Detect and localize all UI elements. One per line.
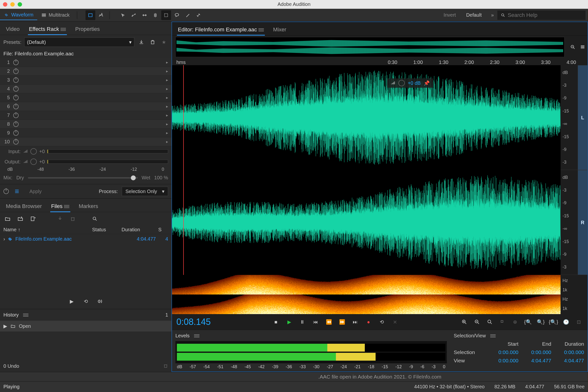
- pause-button[interactable]: ⏸: [298, 318, 306, 326]
- skip-end-button[interactable]: ⏭: [351, 318, 360, 326]
- fx-slot-power[interactable]: [13, 139, 18, 144]
- save-preset-icon[interactable]: [137, 38, 146, 46]
- tab-markers[interactable]: Markers: [78, 201, 99, 212]
- multitrack-mode[interactable]: Multitrack: [37, 10, 74, 20]
- hud-gain-dial[interactable]: [398, 80, 405, 86]
- skip-selection-button[interactable]: ⤫: [391, 318, 399, 326]
- workspace-more[interactable]: »: [488, 10, 497, 20]
- zoom-in-icon[interactable]: [460, 318, 468, 326]
- new-file-icon[interactable]: [29, 214, 37, 223]
- search-help-input[interactable]: [508, 12, 582, 18]
- tab-mixer[interactable]: Mixer: [272, 24, 288, 35]
- import-icon[interactable]: [16, 214, 24, 223]
- file-row[interactable]: › FileInfo.com Example.aac 4:04.477 4: [0, 234, 172, 244]
- fx-slot-power[interactable]: [13, 78, 18, 83]
- zoom-in-point-icon[interactable]: ⊕: [511, 318, 520, 326]
- tab-media-browser[interactable]: Media Browser: [5, 201, 43, 212]
- fx-slot-power[interactable]: [13, 122, 18, 127]
- waveform-mode[interactable]: Waveform: [0, 10, 37, 20]
- skip-start-button[interactable]: ⏮: [312, 318, 320, 326]
- sv-selection-end[interactable]: 0:00.000: [523, 349, 551, 355]
- spectrogram-display[interactable]: [172, 275, 560, 314]
- search-files-icon[interactable]: [91, 214, 99, 223]
- stop-button[interactable]: ■: [272, 318, 280, 326]
- rewind-button[interactable]: ⏪: [324, 318, 333, 326]
- record-button[interactable]: ●: [364, 318, 373, 326]
- spectral-frequency-toggle[interactable]: [96, 10, 106, 20]
- panel-menu-icon[interactable]: [64, 204, 69, 209]
- zoom-in-left-icon[interactable]: {🔍: [524, 318, 532, 326]
- zoom-to-selection-icon[interactable]: [568, 42, 578, 52]
- lasso-tool[interactable]: [172, 10, 182, 20]
- close-window[interactable]: [3, 2, 7, 6]
- chevron-right-icon[interactable]: ▸: [166, 60, 168, 65]
- overview-waveform[interactable]: [176, 37, 564, 57]
- maximize-window[interactable]: [18, 2, 22, 6]
- channel-r[interactable]: R: [578, 170, 588, 275]
- fx-slot-power[interactable]: [13, 60, 18, 65]
- razor-tool[interactable]: [129, 10, 139, 20]
- col-duration[interactable]: Duration: [122, 227, 158, 232]
- zoom-selection-icon[interactable]: [498, 318, 507, 326]
- remove-icon[interactable]: [68, 214, 77, 223]
- panel-menu-icon[interactable]: [23, 313, 28, 317]
- preview-loop-icon[interactable]: ⟲: [82, 297, 90, 306]
- playhead[interactable]: [183, 65, 184, 275]
- time-selection-tool[interactable]: [150, 10, 160, 20]
- zoom-reset-icon[interactable]: ⊡: [575, 318, 583, 326]
- fx-slot-power[interactable]: [13, 113, 18, 118]
- open-file-icon[interactable]: [4, 214, 12, 223]
- tab-video[interactable]: Video: [5, 24, 20, 35]
- fx-slot-7[interactable]: 7▸: [0, 111, 172, 120]
- channel-l[interactable]: L: [578, 65, 588, 170]
- sv-view-dur[interactable]: 4:04.477: [556, 358, 584, 364]
- fx-slot-2[interactable]: 2▸: [0, 67, 172, 76]
- fx-list-icon[interactable]: [13, 187, 21, 196]
- fx-slot-power[interactable]: [13, 104, 18, 109]
- panel-menu-icon[interactable]: [194, 334, 200, 338]
- expand-icon[interactable]: ›: [4, 236, 5, 242]
- pin-icon[interactable]: 📌: [424, 80, 430, 86]
- chevron-right-icon[interactable]: ▸: [166, 130, 168, 135]
- fx-slot-power[interactable]: [13, 86, 18, 92]
- play-button[interactable]: ▶: [285, 318, 293, 326]
- chevron-right-icon[interactable]: ▸: [166, 104, 168, 109]
- fx-slot-5[interactable]: 5▸: [0, 93, 172, 102]
- col-status[interactable]: Status: [92, 227, 122, 232]
- timecode[interactable]: 0:08.145: [176, 317, 211, 327]
- zoom-full-icon[interactable]: [486, 318, 494, 326]
- fx-slot-8[interactable]: 8▸: [0, 120, 172, 128]
- loop-button[interactable]: ⟲: [378, 318, 386, 326]
- workspace-select[interactable]: Default: [460, 11, 488, 19]
- chevron-right-icon[interactable]: ▸: [166, 78, 168, 82]
- presets-dropdown[interactable]: (Default)▾: [24, 38, 134, 47]
- input-gain-dial[interactable]: [30, 148, 37, 154]
- fx-slot-1[interactable]: 1▸: [0, 58, 172, 67]
- search-help[interactable]: [497, 10, 586, 20]
- fx-slot-6[interactable]: 6▸: [0, 102, 172, 111]
- mix-slider[interactable]: [28, 177, 138, 178]
- fx-slot-power[interactable]: [13, 68, 18, 74]
- chevron-right-icon[interactable]: ▸: [166, 95, 168, 100]
- sv-view-end[interactable]: 4:04.477: [523, 358, 551, 364]
- editor-layout-icon[interactable]: [578, 42, 588, 52]
- fx-slot-3[interactable]: 3▸: [0, 76, 172, 84]
- fastforward-button[interactable]: ⏩: [338, 318, 346, 326]
- invert-button[interactable]: Invert: [439, 11, 460, 19]
- history-item[interactable]: ▶ Open: [0, 321, 172, 332]
- panel-menu-icon[interactable]: [258, 28, 264, 32]
- preview-autoplay-icon[interactable]: [96, 297, 104, 306]
- tab-files[interactable]: Files: [50, 201, 70, 212]
- spot-healing-tool[interactable]: [194, 10, 203, 20]
- move-tool[interactable]: [118, 10, 128, 20]
- chevron-right-icon[interactable]: ▸: [166, 122, 168, 126]
- sv-selection-dur[interactable]: 0:00.000: [556, 349, 584, 355]
- delete-preset-icon[interactable]: [148, 38, 157, 46]
- insert-icon[interactable]: [56, 214, 64, 223]
- marquee-tool[interactable]: [161, 10, 171, 20]
- spectral-pitch-display-toggle[interactable]: [86, 10, 95, 20]
- zoom-out-icon[interactable]: [473, 318, 481, 326]
- zoom-in-right-icon[interactable]: 🔍}: [536, 318, 545, 326]
- preview-play-icon[interactable]: ▶: [68, 297, 76, 306]
- tab-editor[interactable]: Editor: FileInfo.com Example.aac: [177, 24, 265, 35]
